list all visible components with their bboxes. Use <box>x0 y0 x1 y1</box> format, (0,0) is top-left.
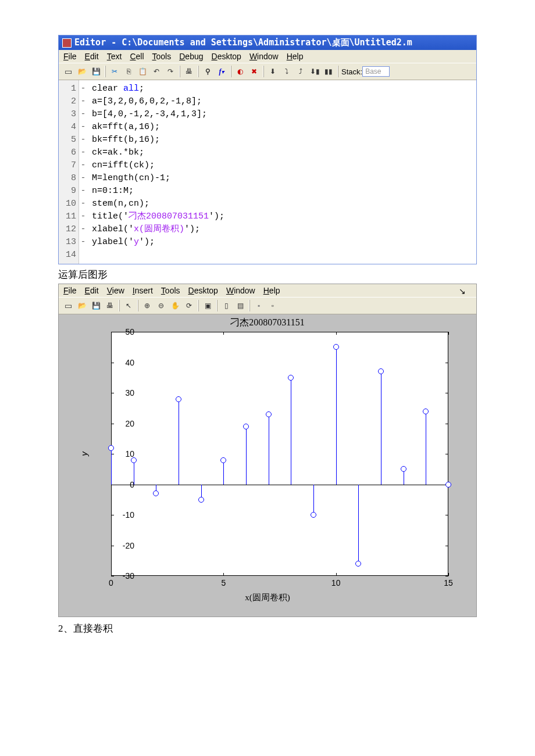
menu-desktop[interactable]: Desktop <box>188 286 218 295</box>
menu-edit[interactable]: Edit <box>85 52 99 61</box>
paste-icon[interactable]: 📋 <box>135 65 149 78</box>
exit-debug-icon[interactable]: ▮▮ <box>322 65 336 78</box>
step-icon[interactable]: ⬇ <box>266 65 280 78</box>
stem-marker <box>445 482 451 488</box>
code-line[interactable]: ck=ak.*bk; <box>92 146 224 159</box>
menu-tools[interactable]: Tools <box>152 52 172 61</box>
menu-edit[interactable]: Edit <box>85 286 99 295</box>
ytick-label: 30 <box>125 388 134 397</box>
stem-marker <box>153 490 159 496</box>
menu-desktop[interactable]: Desktop <box>212 52 241 61</box>
legend-icon[interactable]: ▤ <box>233 299 247 313</box>
pan-icon[interactable]: ✋ <box>168 299 182 313</box>
stem-marker <box>220 457 226 463</box>
redo-icon[interactable]: ↷ <box>163 65 177 78</box>
set-breakpoint-icon[interactable]: ◐ <box>233 65 247 78</box>
line-number: 2 <box>59 95 76 108</box>
function-icon[interactable]: f▾ <box>215 65 229 78</box>
stem-marker <box>108 445 114 451</box>
new-figure-icon[interactable]: ▭ <box>61 299 75 313</box>
print-icon[interactable]: 🖶 <box>103 299 117 313</box>
colorbar-icon[interactable]: ▯ <box>219 299 233 313</box>
stem-line <box>336 347 337 484</box>
code-line[interactable]: cn=ifft(ck); <box>92 159 224 172</box>
open-icon[interactable]: 📂 <box>75 65 89 78</box>
menu-insert[interactable]: Insert <box>133 286 153 295</box>
menu-file[interactable]: File <box>63 52 77 61</box>
code-line[interactable]: n=0:1:M; <box>92 185 224 198</box>
dock-icon[interactable]: ↘ <box>459 286 466 296</box>
menu-window[interactable]: Window <box>249 52 279 61</box>
menu-file[interactable]: File <box>63 286 77 295</box>
code-line[interactable]: xlabel('x(圆周卷积)'); <box>92 223 224 236</box>
zoom-in-icon[interactable]: ⊕ <box>140 299 154 313</box>
stem-line <box>426 411 426 485</box>
editor-toolbar: ▭ 📂 💾 ✂ ⎘ 📋 ↶ ↷ 🖶 ⚲ f▾ ◐ ✖ ⬇ ⤵ ⤴ ⬇▮ ▮▮ S… <box>59 63 476 80</box>
stem-line <box>313 485 314 515</box>
line-dash: - <box>79 236 87 249</box>
undo-icon[interactable]: ↶ <box>149 65 163 78</box>
editor-body: 1234567891011121314 ------------- clear … <box>59 80 476 264</box>
line-dash: - <box>79 198 87 210</box>
code-line[interactable]: title('刁杰200807031151'); <box>92 210 224 223</box>
data-cursor-icon[interactable]: ▣ <box>201 299 215 313</box>
continue-icon[interactable]: ⬇▮ <box>308 65 322 78</box>
line-number: 7 <box>59 159 76 172</box>
menu-cell[interactable]: Cell <box>130 52 144 61</box>
code-line[interactable]: ylabel('y'); <box>92 236 224 249</box>
stem-line <box>134 460 134 485</box>
show-plot-tools-icon[interactable]: ▫ <box>266 299 280 313</box>
stem-line <box>179 399 179 485</box>
code-area[interactable]: clear all;a=[3,2,0,6,0,2,-1,8];b=[4,0,-1… <box>87 80 224 264</box>
stack-select[interactable]: Base <box>362 66 390 77</box>
editor-title-text: Editor - C:\Documents and Settings\Admin… <box>74 37 412 48</box>
toolbar-separator <box>119 300 120 311</box>
stem-line <box>381 371 381 484</box>
code-line[interactable]: M=length(cn)-1; <box>92 172 224 185</box>
breakpoint-gutter[interactable]: ------------- <box>79 80 87 264</box>
toolbar-separator <box>198 300 199 311</box>
chart-axes[interactable] <box>111 332 448 576</box>
code-line[interactable]: stem(n,cn); <box>92 198 224 210</box>
section-2-heading: 2、直接卷积 <box>58 617 477 640</box>
cut-icon[interactable]: ✂ <box>108 65 122 78</box>
clear-breakpoint-icon[interactable]: ✖ <box>247 65 261 78</box>
find-icon[interactable]: ⚲ <box>201 65 215 78</box>
stem-line <box>291 378 291 485</box>
line-number: 3 <box>59 108 76 121</box>
menu-help[interactable]: Help <box>263 286 280 295</box>
step-out-icon[interactable]: ⤴ <box>294 65 308 78</box>
menu-text[interactable]: Text <box>107 52 122 61</box>
menu-tools[interactable]: Tools <box>161 286 180 295</box>
hide-plot-tools-icon[interactable]: ▪ <box>252 299 266 313</box>
ytick-label: -20 <box>123 541 134 550</box>
menu-window[interactable]: Window <box>226 286 255 295</box>
toolbar-separator <box>230 66 231 77</box>
rotate-icon[interactable]: ⟳ <box>182 299 196 313</box>
line-dash: - <box>79 95 87 108</box>
save-icon[interactable]: 💾 <box>89 65 103 78</box>
code-line[interactable]: ak=fft(a,16); <box>92 121 224 134</box>
code-line[interactable]: clear all; <box>92 83 224 95</box>
copy-icon[interactable]: ⎘ <box>122 65 135 78</box>
ytick-label: 50 <box>125 327 134 336</box>
code-line[interactable]: b=[4,0,-1,2,-3,4,1,3]; <box>92 108 224 121</box>
code-line[interactable]: a=[3,2,0,6,0,2,-1,8]; <box>92 95 224 108</box>
menu-help[interactable]: Help <box>287 52 304 61</box>
menu-debug[interactable]: Debug <box>179 52 203 61</box>
stem-marker <box>131 457 137 463</box>
pointer-icon[interactable]: ↖ <box>122 299 135 313</box>
menu-view[interactable]: View <box>107 286 124 295</box>
toolbar-separator <box>105 66 106 77</box>
new-icon[interactable]: ▭ <box>61 65 75 78</box>
zoom-out-icon[interactable]: ⊖ <box>154 299 168 313</box>
print-icon[interactable]: 🖶 <box>182 65 196 78</box>
figure-canvas: 刁杰200807031151 y x(圆周卷积) -30-20-10010203… <box>59 314 476 617</box>
code-line[interactable]: bk=fft(b,16); <box>92 134 224 146</box>
open-icon[interactable]: 📂 <box>75 299 89 313</box>
line-dash: - <box>79 185 87 198</box>
save-icon[interactable]: 💾 <box>89 299 103 313</box>
figure-toolbar: ▭ 📂 💾 🖶 ↖ ⊕ ⊖ ✋ ⟳ ▣ ▯ ▤ ▪ ▫ <box>59 297 476 314</box>
stack-label: Stack: <box>341 67 362 76</box>
step-in-icon[interactable]: ⤵ <box>280 65 294 78</box>
